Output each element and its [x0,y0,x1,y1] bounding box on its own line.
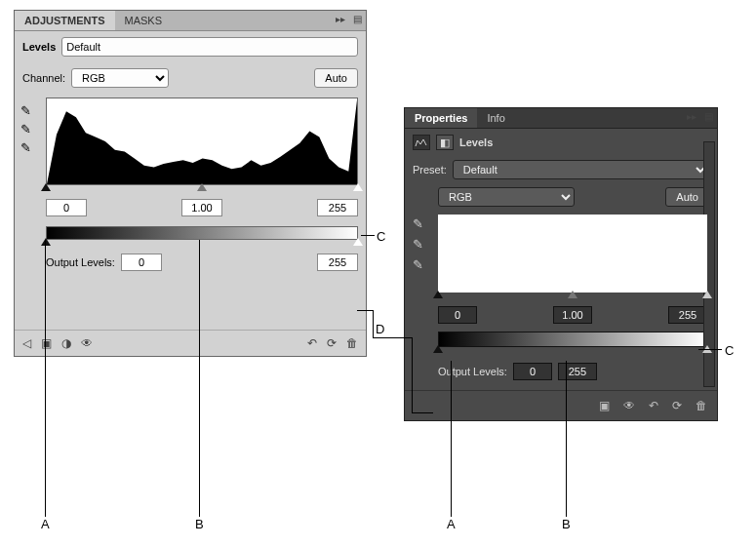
output-black-slider[interactable] [41,238,51,246]
annotation-C-a: C [377,229,385,244]
annotation-B-a: B [195,517,204,531]
panel-b-footer: ▣ 👁 ↶ ⟳ 🗑 [405,390,717,420]
annotation-B-b: B [562,517,571,531]
panel-a-footer: ◁ ▣ ◑ 👁 ↶ ⟳ 🗑 [15,330,366,356]
preset-select[interactable]: Default [61,37,358,57]
highlight-input-value[interactable] [668,306,707,324]
eyedropper-column: ✎ ✎ ✎ [20,103,31,155]
annotation-A-a: A [41,517,50,531]
output-slider-track[interactable] [46,240,358,250]
panel-menu-icon[interactable]: ▤ [700,108,717,128]
channel-select[interactable]: RGB [71,68,169,88]
tab-properties[interactable]: Properties [405,108,477,128]
output-black-value[interactable] [513,363,552,380]
midtone-input-value[interactable] [553,306,592,324]
output-white-value[interactable] [317,254,358,271]
input-slider-track[interactable] [438,293,707,302]
output-white-slider[interactable] [353,238,363,246]
output-black-value[interactable] [121,254,162,271]
levels-icon [413,135,430,150]
previous-state-icon[interactable]: ↶ [649,399,658,412]
input-slider-track[interactable] [46,185,358,195]
svg-marker-0 [47,100,357,184]
highlight-input-slider[interactable] [353,183,363,191]
shadow-input-value[interactable] [46,199,87,216]
output-black-slider[interactable] [433,345,443,353]
panel-a-tabs: ADJUSTMENTS MASKS ▸▸ ▤ [15,11,366,31]
output-gradient [438,332,707,347]
white-eyedropper-icon[interactable]: ✎ [20,140,31,155]
panel-menu-icon[interactable]: ▤ [349,11,366,30]
collapse-icon[interactable]: ▸▸ [332,11,349,30]
gray-eyedropper-icon[interactable]: ✎ [413,237,423,252]
collapse-icon[interactable]: ▸▸ [683,108,700,128]
visibility-icon[interactable]: 👁 [81,336,93,350]
output-gradient [46,226,358,240]
highlight-input-slider[interactable] [702,291,712,298]
mask-icon[interactable]: ◧ [436,135,454,150]
annotation-A-b: A [447,517,456,531]
histogram [46,98,358,185]
output-slider-track[interactable] [438,347,707,357]
channel-select[interactable]: RGB [438,187,575,207]
output-levels-label: Output Levels: [438,366,507,377]
black-eyedropper-icon[interactable]: ✎ [413,216,423,231]
black-eyedropper-icon[interactable]: ✎ [20,103,31,118]
channel-label: Channel: [22,72,65,84]
gray-eyedropper-icon[interactable]: ✎ [20,122,31,137]
levels-title: Levels [22,41,56,53]
panel-b-tabs: Properties Info ▸▸ ▤ [405,108,717,129]
annotation-C-b: C [725,343,734,358]
svg-marker-1 [438,217,707,293]
histogram [438,215,707,293]
shadow-input-value[interactable] [438,306,477,324]
tab-adjustments[interactable]: ADJUSTMENTS [15,11,115,30]
shadow-input-slider[interactable] [41,183,51,191]
midtone-input-value[interactable] [181,199,222,216]
previous-state-icon[interactable]: ↶ [307,336,317,350]
tab-info[interactable]: Info [477,108,514,128]
visibility-icon[interactable]: 👁 [623,399,635,412]
new-adjustment-icon[interactable]: ▣ [41,336,52,350]
output-white-value[interactable] [558,363,597,380]
midtone-input-slider[interactable] [568,291,577,298]
tab-masks[interactable]: MASKS [115,11,173,30]
reset-icon[interactable]: ⟳ [327,336,337,350]
clip-icon[interactable]: ◑ [61,336,71,350]
auto-button[interactable]: Auto [314,68,358,88]
shadow-input-slider[interactable] [433,291,443,298]
clip-icon[interactable]: ▣ [599,399,610,412]
back-icon[interactable]: ◁ [22,336,31,350]
levels-title: Levels [459,137,493,148]
preset-select[interactable]: Default [453,160,709,179]
delete-icon[interactable]: 🗑 [696,399,707,412]
midtone-input-slider[interactable] [197,183,207,191]
highlight-input-value[interactable] [317,199,358,216]
adjustments-panel: ADJUSTMENTS MASKS ▸▸ ▤ Levels Default Ch… [14,10,367,357]
delete-icon[interactable]: 🗑 [346,336,358,350]
preset-label: Preset: [413,164,447,176]
eyedropper-column: ✎ ✎ ✎ [413,216,423,272]
white-eyedropper-icon[interactable]: ✎ [413,257,423,272]
reset-icon[interactable]: ⟳ [672,399,682,412]
annotation-D: D [376,322,384,336]
output-levels-label: Output Levels: [46,256,115,268]
